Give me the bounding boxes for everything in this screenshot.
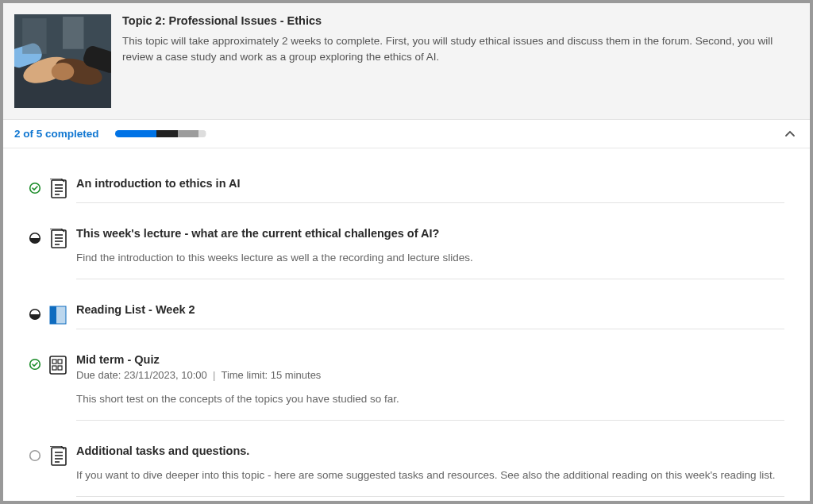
activity-title: Reading List - Week 2 (76, 303, 784, 316)
progress-bar (115, 130, 206, 137)
activity-list: An introduction to ethics in AI This wee… (3, 148, 810, 501)
activity-title: Mid term - Quiz (76, 353, 784, 366)
time-limit: Time limit: 15 minutes (221, 369, 321, 381)
book-icon (48, 305, 68, 329)
status-complete-icon (29, 358, 43, 374)
activity-item[interactable]: Mid term - Quiz Due date: 23/11/2023, 10… (29, 344, 784, 432)
activity-item[interactable]: Additional tasks and questions. If you w… (29, 435, 784, 501)
meta-separator: | (210, 369, 221, 381)
activity-title: An introduction to ethics in AI (76, 177, 784, 190)
progress-label: 2 of 5 completed (14, 128, 99, 140)
status-inprogress-icon (29, 308, 43, 324)
activity-description: If you want to dive deeper into this top… (76, 468, 784, 483)
topic-title: Topic 2: Professional Issues - Ethics (122, 14, 799, 27)
topic-image-handshake (14, 14, 111, 108)
collapse-toggle[interactable] (783, 127, 797, 141)
activity-item[interactable]: An introduction to ethics in AI (29, 167, 784, 214)
status-notstarted-icon (29, 449, 43, 465)
activity-title: Additional tasks and questions. (76, 444, 784, 457)
activity-description: Find the introduction to this weeks lect… (76, 251, 784, 266)
activity-description: This short test on the concepts of the t… (76, 392, 784, 407)
activity-item[interactable]: This week's lecture - what are the curre… (29, 217, 784, 290)
status-complete-icon (29, 182, 43, 198)
progress-row: 2 of 5 completed (3, 120, 810, 148)
topic-description: This topic will take approximately 2 wee… (122, 33, 799, 64)
topic-header: Topic 2: Professional Issues - Ethics Th… (3, 3, 810, 120)
activity-title: This week's lecture - what are the curre… (76, 227, 784, 240)
svg-point-20 (52, 63, 74, 80)
activity-meta: Due date: 23/11/2023, 10:00 | Time limit… (76, 369, 784, 381)
page-icon (48, 446, 68, 470)
page-icon (48, 229, 68, 252)
page-icon (48, 179, 68, 202)
due-date: Due date: 23/11/2023, 10:00 (76, 369, 207, 381)
svg-rect-24 (63, 17, 83, 49)
status-inprogress-icon (29, 232, 43, 248)
activity-item[interactable]: Reading List - Week 2 (29, 294, 784, 340)
chevron-up-icon (784, 129, 796, 140)
svg-rect-23 (22, 18, 47, 54)
quiz-icon (48, 355, 68, 379)
